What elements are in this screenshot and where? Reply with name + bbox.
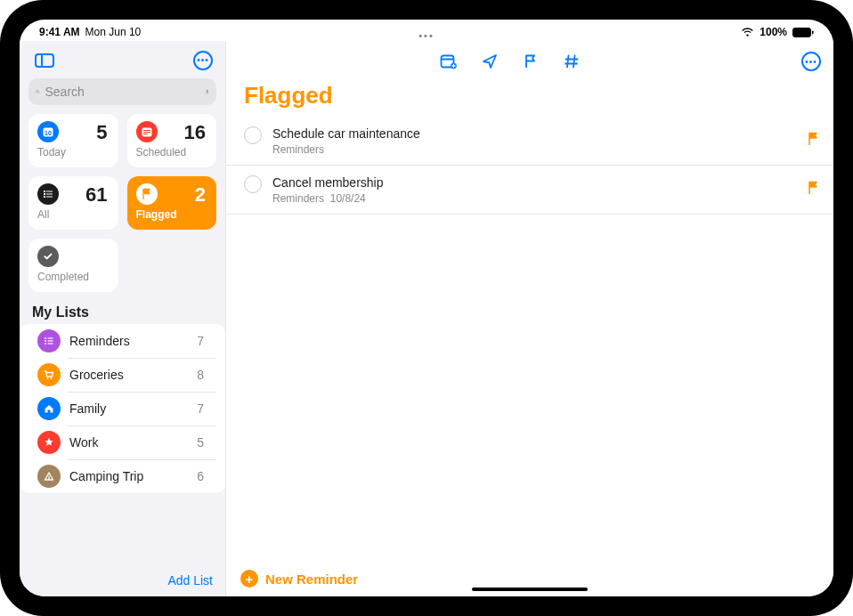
reminder-body: Cancel membership Reminders 10/8/24 — [272, 174, 796, 205]
screen: 9:41 AM Mon Jun 10 ••• 100% ••• — [20, 20, 833, 596]
hashtag-button[interactable] — [561, 51, 582, 72]
house-icon — [37, 397, 61, 420]
list-name: Reminders — [69, 334, 197, 348]
star-icon — [37, 431, 61, 454]
list-item-groceries[interactable]: Groceries 8 — [28, 358, 216, 392]
svg-point-20 — [51, 377, 53, 379]
status-right: 100% — [741, 26, 814, 38]
tent-icon — [37, 465, 61, 488]
sidebar-more-button[interactable]: ••• — [193, 51, 213, 70]
card-flagged-label: Flagged — [136, 208, 208, 221]
svg-rect-17 — [48, 340, 53, 341]
battery-pct: 100% — [760, 26, 787, 38]
card-today-label: Today — [37, 146, 110, 158]
battery-icon — [792, 28, 814, 37]
reminder-title: Cancel membership — [272, 174, 796, 190]
list-count: 7 — [197, 401, 204, 416]
all-icon — [37, 183, 59, 205]
add-list-button[interactable]: Add List — [167, 573, 213, 588]
calendar-button[interactable] — [438, 51, 459, 72]
reminder-title: Schedule car maintenance — [272, 126, 796, 142]
complete-toggle[interactable] — [244, 175, 262, 193]
complete-toggle[interactable] — [244, 126, 262, 144]
reminder-sublist: Reminders — [272, 192, 324, 205]
reminder-list: Schedule car maintenance Reminders Cance… — [226, 113, 833, 561]
sidebar-toolbar: ••• — [20, 41, 225, 77]
svg-rect-0 — [793, 28, 811, 36]
svg-rect-2 — [36, 54, 53, 67]
reminder-row[interactable]: Schedule car maintenance Reminders — [226, 117, 833, 166]
calendar-badge-icon — [440, 53, 458, 69]
mic-icon[interactable] — [206, 85, 209, 99]
list-name: Work — [69, 435, 197, 450]
svg-rect-16 — [48, 337, 53, 338]
card-all[interactable]: 61 All — [28, 176, 118, 230]
sidebar: ••• 10 5 Today — [20, 41, 226, 596]
flagged-icon — [136, 183, 158, 205]
scheduled-icon — [136, 121, 158, 142]
svg-point-15 — [45, 343, 46, 344]
search-icon — [36, 85, 39, 98]
main-more-button[interactable]: ••• — [801, 52, 821, 71]
reminder-sublist: Reminders — [272, 143, 796, 156]
reminder-row[interactable]: Cancel membership Reminders 10/8/24 — [226, 166, 833, 215]
reminder-subinfo: Reminders 10/8/24 — [272, 192, 796, 205]
search-input[interactable] — [45, 85, 200, 99]
list-item-reminders[interactable]: Reminders 7 — [28, 324, 216, 358]
card-all-count: 61 — [85, 183, 107, 207]
new-reminder-label: New Reminder — [265, 571, 358, 587]
multitask-dots-icon[interactable]: ••• — [418, 30, 435, 41]
svg-point-14 — [45, 340, 46, 342]
status-date: Mon Jun 10 — [85, 26, 142, 38]
flag-indicator-icon — [807, 132, 819, 150]
lists: Reminders 7 Groceries 8 Fa — [20, 324, 225, 493]
card-flagged[interactable]: 2 Flagged — [127, 176, 217, 230]
svg-rect-12 — [143, 134, 148, 134]
svg-point-13 — [45, 337, 46, 339]
plus-circle-icon: + — [240, 570, 258, 588]
ellipsis-icon: ••• — [197, 56, 209, 65]
card-today[interactable]: 10 5 Today — [28, 114, 118, 167]
list-count: 8 — [197, 368, 204, 382]
card-flagged-count: 2 — [195, 183, 206, 207]
flag-icon — [524, 53, 538, 69]
home-indicator[interactable] — [472, 588, 588, 591]
main-footer: + New Reminder — [226, 561, 833, 596]
list-icon — [37, 329, 61, 353]
list-count: 5 — [197, 435, 204, 450]
card-today-count: 5 — [96, 121, 107, 144]
sidebar-icon — [35, 53, 54, 68]
main-toolbar: ••• — [226, 41, 833, 77]
flag-button[interactable] — [520, 51, 541, 72]
sidebar-toggle-button[interactable] — [32, 48, 57, 73]
location-button[interactable] — [479, 51, 500, 72]
card-completed[interactable]: Completed — [28, 239, 118, 292]
card-scheduled[interactable]: 16 Scheduled — [127, 114, 217, 167]
status-left: 9:41 AM Mon Jun 10 — [39, 26, 141, 38]
location-arrow-icon — [482, 53, 498, 69]
new-reminder-button[interactable]: + New Reminder — [240, 570, 358, 588]
list-item-camping[interactable]: Camping Trip 6 — [28, 459, 216, 493]
svg-rect-6 — [207, 90, 208, 93]
cart-icon — [37, 363, 61, 386]
list-count: 6 — [197, 469, 204, 483]
hashtag-icon — [564, 53, 580, 69]
completed-icon — [37, 246, 59, 267]
card-scheduled-count: 16 — [184, 121, 206, 144]
list-name: Family — [69, 401, 197, 416]
wifi-icon — [741, 28, 754, 37]
list-item-work[interactable]: Work 5 — [28, 426, 216, 459]
svg-rect-10 — [143, 130, 150, 131]
flag-indicator-icon — [807, 181, 819, 199]
main-title: Flagged — [226, 77, 833, 113]
status-bar: 9:41 AM Mon Jun 10 ••• 100% — [20, 20, 833, 41]
svg-rect-1 — [812, 30, 814, 34]
mylists-header: My Lists — [20, 297, 225, 324]
reminder-date: 10/8/24 — [330, 192, 366, 205]
list-item-family[interactable]: Family 7 — [28, 392, 216, 426]
svg-point-19 — [47, 377, 49, 379]
ellipsis-icon: ••• — [805, 57, 817, 67]
list-name: Camping Trip — [69, 469, 197, 483]
search-field[interactable] — [28, 78, 216, 105]
smart-list-cards: 10 5 Today 16 Scheduled — [20, 114, 225, 297]
